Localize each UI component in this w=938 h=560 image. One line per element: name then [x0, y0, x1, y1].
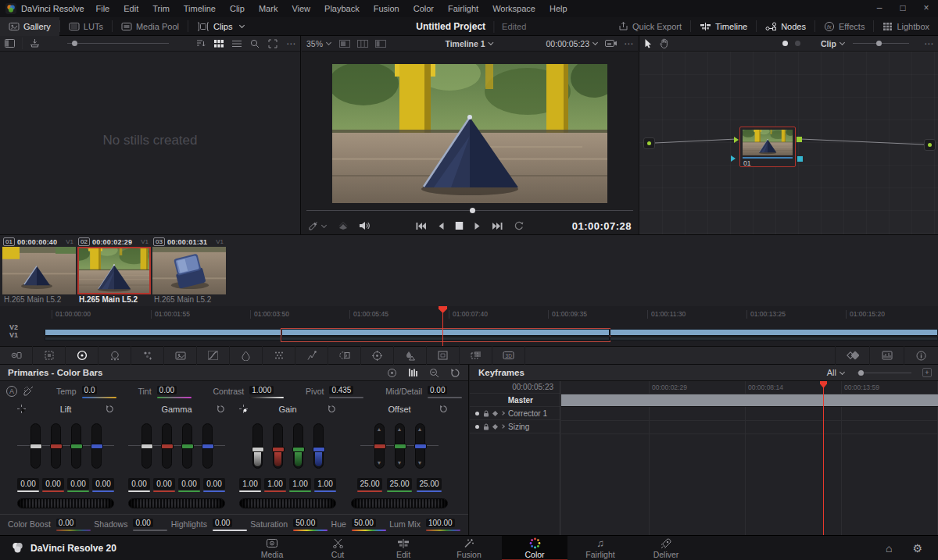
gamma-y-value[interactable]: 0.00 [128, 478, 150, 490]
log-wheels-view-icon[interactable] [429, 368, 439, 378]
keyframe-diamond-icon[interactable] [492, 423, 498, 429]
rgb-mixer-icon[interactable] [131, 346, 164, 365]
tab-deliver[interactable]: Deliver [633, 536, 699, 560]
pan-tool-icon[interactable] [660, 38, 669, 48]
keyframes-zoom-slider[interactable] [857, 373, 911, 373]
effects-toggle-button[interactable]: fx Effects [815, 17, 873, 36]
node-view-dot[interactable] [795, 41, 800, 46]
gain-y-value[interactable]: 1.00 [239, 478, 261, 490]
reset-all-icon[interactable] [450, 368, 460, 378]
clip-card-2-selected[interactable]: 02 00:00:02:29 V1 H.265 Main L5.2 [77, 237, 151, 305]
track-enable-dot[interactable] [475, 425, 479, 429]
camera-hq-icon[interactable] [605, 39, 618, 48]
lift-red-value[interactable]: 0.00 [42, 478, 64, 490]
close-button[interactable]: × [915, 0, 938, 17]
contrast-value[interactable]: 1.000 [249, 386, 274, 394]
mid-detail-value[interactable]: 0.00 [428, 386, 447, 394]
gain-master-wheel[interactable] [239, 498, 336, 508]
unmix-icon[interactable] [338, 222, 349, 230]
color-bars-view-icon[interactable] [408, 368, 418, 377]
white-point-picker-icon[interactable] [239, 405, 248, 413]
tab-fusion[interactable]: Fusion [436, 536, 502, 560]
viewer-zoom-select[interactable]: 35% [306, 39, 332, 48]
offset-master-wheel[interactable] [351, 498, 448, 508]
auto-balance-icon[interactable]: A [6, 386, 17, 397]
keyframes-master-bar[interactable] [561, 394, 938, 407]
offset-blue-slider[interactable]: ▲▼ [415, 423, 425, 469]
keyframes-panel-icon[interactable] [835, 346, 869, 365]
offset-reset-icon[interactable] [439, 405, 448, 413]
clips-toggle-button[interactable]: Clips [188, 17, 254, 36]
clip-thumbnail[interactable] [2, 247, 76, 294]
scrub-playhead-dot[interactable] [470, 208, 475, 213]
expand-chevron-icon[interactable] [500, 424, 505, 429]
home-layout-icon[interactable]: ⌂ [886, 542, 892, 555]
lift-green-value[interactable]: 0.00 [67, 478, 89, 490]
thumbnail-size-slider[interactable] [67, 43, 169, 44]
gamma-y-slider[interactable] [141, 423, 152, 469]
gain-red-slider[interactable] [273, 423, 283, 469]
nodes-toggle-button[interactable]: Nodes [757, 17, 814, 36]
offset-red-slider[interactable]: ▲▼ [374, 423, 385, 469]
key-input-port[interactable] [731, 155, 736, 162]
keyframe-diamond-icon[interactable] [492, 410, 498, 416]
play-button[interactable] [474, 222, 482, 230]
panel-layout-icon[interactable] [5, 39, 15, 48]
highlights-value[interactable]: 0.00 [213, 519, 232, 527]
gain-green-value[interactable]: 1.00 [289, 478, 311, 490]
corrector-node[interactable]: 01 [739, 127, 796, 167]
keyframes-track-sizing[interactable]: Sizing [470, 420, 560, 433]
loop-button[interactable] [514, 221, 524, 230]
gamma-reset-icon[interactable] [217, 405, 225, 413]
gain-reset-icon[interactable] [328, 405, 336, 413]
color-wheels-view-icon[interactable] [387, 368, 397, 378]
timeline-clip-2-selected[interactable] [281, 329, 610, 341]
offset-red-value[interactable]: 25.00 [357, 478, 382, 490]
info-panel-icon[interactable] [904, 346, 938, 365]
menu-timeline[interactable]: Timeline [177, 0, 223, 17]
menu-file[interactable]: File [89, 0, 117, 17]
hdr-wheels-icon[interactable] [98, 346, 131, 365]
expand-panel-icon[interactable] [268, 39, 277, 48]
lock-icon[interactable] [483, 410, 489, 417]
quick-export-button[interactable]: Quick Export [610, 17, 690, 36]
keyframes-playhead[interactable] [823, 381, 824, 535]
gallery-more-icon[interactable]: ⋯ [286, 38, 295, 49]
clip-thumbnail[interactable] [152, 247, 226, 294]
lift-red-slider[interactable] [51, 423, 61, 469]
pivot-value[interactable]: 0.435 [329, 386, 353, 394]
gamma-master-wheel[interactable] [128, 498, 225, 508]
power-window-icon[interactable] [328, 346, 361, 365]
media-pool-toggle-button[interactable]: Media Pool [113, 17, 188, 36]
scopes-panel-icon[interactable] [869, 346, 904, 365]
menu-mark[interactable]: Mark [252, 0, 285, 17]
source-input-node[interactable] [643, 137, 655, 149]
viewer-scrub-bar[interactable] [306, 210, 633, 211]
gain-y-slider[interactable] [252, 423, 263, 469]
minimize-button[interactable]: – [868, 0, 891, 17]
split-viewer-icon[interactable] [357, 40, 368, 48]
lightbox-toggle-button[interactable]: Lightbox [874, 17, 938, 36]
temp-value[interactable]: 0.0 [82, 386, 98, 394]
sort-icon[interactable] [196, 39, 206, 48]
first-frame-button[interactable] [416, 222, 427, 230]
menu-playback[interactable]: Playback [317, 0, 367, 17]
viewer-timecode[interactable]: 00:00:05:23 [546, 39, 599, 48]
clip-card-3[interactable]: 03 00:00:01:31 V1 H.265 Main L5.2 [152, 237, 226, 305]
gamma-red-value[interactable]: 0.00 [153, 478, 175, 490]
timeline-clip-3[interactable] [610, 329, 938, 341]
step-back-button[interactable] [438, 222, 445, 230]
tab-cut[interactable]: Cut [305, 536, 371, 560]
shadows-value[interactable]: 0.00 [133, 519, 152, 527]
lift-blue-value[interactable]: 0.00 [92, 478, 114, 490]
offset-green-value[interactable]: 25.00 [387, 478, 412, 490]
stereo-3d-icon[interactable]: 3D [492, 346, 525, 365]
list-view-icon[interactable] [232, 40, 242, 48]
saturation-value[interactable]: 50.00 [293, 519, 317, 527]
lock-icon[interactable] [483, 423, 489, 430]
viewer-video-frame[interactable] [332, 64, 607, 203]
tab-fairlight[interactable]: ♫ Fairlight [567, 536, 633, 560]
stop-button[interactable] [456, 222, 464, 230]
timeline-select[interactable]: Timeline 1 [445, 39, 494, 48]
tint-value[interactable]: 0.00 [157, 386, 177, 394]
